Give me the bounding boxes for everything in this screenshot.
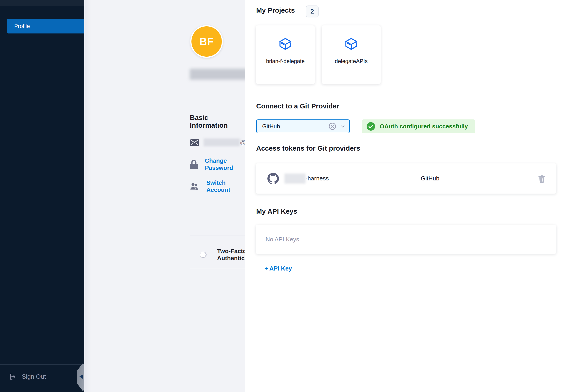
sidebar-top-strip [0,0,84,6]
project-name: brian-f-delegate [266,58,305,64]
two-factor-toggle[interactable] [200,252,207,258]
git-provider-heading: Connect to a Git Provider [256,102,339,110]
clear-selection-button[interactable] [328,122,337,130]
git-provider-select[interactable]: GitHub [256,119,350,133]
email-local-part-redacted [204,139,240,146]
switch-account-icon [190,182,199,191]
profile-panel: BF Basic Information @harness.io [84,0,245,392]
check-circle-icon [367,122,375,131]
token-provider: GitHub [421,175,439,182]
token-name-suffix: -harness [306,175,329,182]
project-name: delegateAPIs [335,58,368,64]
lock-icon [190,160,198,169]
api-keys-heading: My API Keys [256,208,297,215]
clear-circle-x-icon [328,122,337,130]
page: Profile Sign Out BF [0,0,567,392]
token-row: -harness GitHub [256,163,556,194]
api-keys-empty-card: No API Keys [256,225,556,254]
chevron-down-icon [340,123,346,129]
project-cube-icon [344,37,359,52]
api-keys-empty-text: No API Keys [266,236,299,243]
toggle-knob [200,252,206,258]
sign-out-icon [9,373,17,380]
access-token-card: -harness GitHub [256,163,556,194]
project-card[interactable]: delegateAPIs [322,25,381,84]
sidebar-divider [0,364,84,364]
trash-icon [538,174,545,183]
project-card[interactable]: brian-f-delegate [256,25,315,84]
oauth-status-text: OAuth configured successfully [380,123,468,130]
project-cube-icon [278,37,293,52]
select-dropdown-button[interactable] [340,123,346,129]
projects-list: brian-f-delegate delegateAPIs [256,25,381,84]
git-provider-selected-value: GitHub [262,123,328,130]
sidebar-item-profile-label: Profile [14,23,30,29]
access-tokens-heading: Access tokens for Git providers [256,144,360,152]
basic-information-heading: Basic Information [190,114,245,129]
avatar: BF [190,25,223,58]
main-content: My Projects 2 brian-f-delegate [245,0,567,392]
change-password-link[interactable]: Change Password [205,157,245,171]
sidebar: Profile Sign Out [0,0,84,392]
add-api-key-button[interactable]: + API Key [265,265,292,272]
avatar-initials: BF [199,35,214,48]
token-username-redacted [284,174,306,184]
sign-out-button[interactable]: Sign Out [9,373,46,380]
github-icon [268,173,279,184]
sign-out-label: Sign Out [22,373,46,380]
switch-account-link[interactable]: Switch Account [206,179,245,194]
oauth-status-badge: OAuth configured successfully [362,119,475,133]
email-icon [190,139,200,146]
switch-account-row: Switch Account [190,179,245,194]
change-password-row: Change Password [190,157,245,171]
my-projects-heading: My Projects [256,6,295,14]
delete-token-button[interactable] [538,174,545,183]
sidebar-item-profile[interactable]: Profile [7,19,84,33]
projects-count-badge: 2 [306,5,319,17]
